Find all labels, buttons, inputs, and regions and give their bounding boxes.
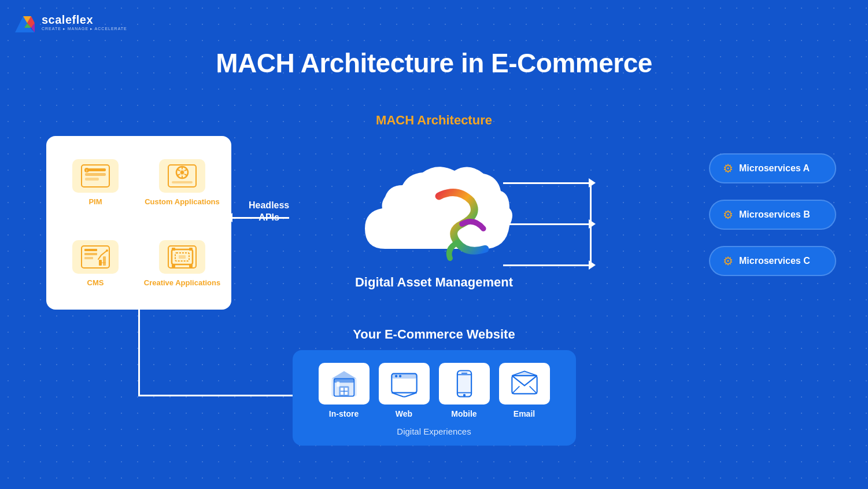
svg-rect-26 <box>179 255 186 259</box>
pim-item: ! PIM <box>57 146 134 218</box>
svg-rect-20 <box>103 256 106 266</box>
email-icon-box <box>499 363 550 405</box>
mobile-icon <box>449 369 479 399</box>
web-label: Web <box>396 409 412 418</box>
svg-rect-39 <box>337 382 339 387</box>
custom-app-icon-box <box>159 159 205 193</box>
store-icon <box>329 369 359 399</box>
connector-vertical <box>138 309 140 396</box>
arrow-right-2 <box>503 223 590 225</box>
svg-rect-21 <box>99 262 106 263</box>
microservices-container: ⚙ Microservices A ⚙ Microservices B ⚙ Mi… <box>709 153 836 276</box>
custom-app-item: Custom Applications <box>143 146 221 218</box>
svg-rect-52 <box>461 373 467 374</box>
svg-rect-16 <box>84 249 97 251</box>
email-label: Email <box>514 409 535 418</box>
creative-app-icon-box <box>159 240 205 274</box>
creative-app-label: Creative Applications <box>144 278 220 287</box>
ecommerce-title: Your E-Commerce Website <box>353 327 515 342</box>
cms-item: CMS <box>57 227 134 299</box>
svg-rect-29 <box>172 264 175 267</box>
connector-horizontal <box>138 395 312 396</box>
logo-name: scaleflex <box>42 14 127 25</box>
pim-icon-box: ! <box>72 159 119 193</box>
logo-tagline: CREATE ▸ MANAGE ▸ ACCELERATE <box>42 27 127 31</box>
microservice-a-btn[interactable]: ⚙ Microservices A <box>709 153 836 183</box>
svg-line-55 <box>529 386 537 394</box>
cloud-dam-container <box>348 133 521 289</box>
svg-point-42 <box>394 375 397 377</box>
headless-apis-label: Headless APIs <box>249 200 289 224</box>
svg-point-22 <box>106 249 108 252</box>
creative-app-item: Creative Applications <box>143 227 221 299</box>
creative-app-icon <box>167 245 197 269</box>
custom-app-label: Custom Applications <box>145 197 220 206</box>
arrow-right-1 <box>503 182 590 184</box>
svg-point-13 <box>180 171 184 174</box>
instore-label: In-store <box>329 409 359 418</box>
left-applications-box: ! PIM Custom Applications <box>46 136 231 310</box>
web-channel: Web <box>379 363 430 418</box>
instore-icon-box <box>319 363 370 405</box>
ecommerce-box: In-store Web <box>293 350 576 446</box>
gear-icon-b: ⚙ <box>723 208 733 222</box>
microservice-c-label: Microservices C <box>739 256 810 266</box>
microservice-a-label: Microservices A <box>739 163 810 174</box>
svg-rect-28 <box>189 248 193 251</box>
web-icon-box <box>379 363 430 405</box>
svg-text:!: ! <box>86 169 87 172</box>
instore-channel: In-store <box>319 363 370 418</box>
microservice-c-btn[interactable]: ⚙ Microservices C <box>709 246 836 276</box>
svg-marker-33 <box>331 371 356 378</box>
logo-text-group: scaleflex CREATE ▸ MANAGE ▸ ACCELERATE <box>42 14 127 31</box>
svg-rect-17 <box>84 253 97 255</box>
mobile-icon-box <box>439 363 490 405</box>
email-icon <box>509 369 540 399</box>
pim-label: PIM <box>88 197 102 206</box>
gear-icon-c: ⚙ <box>723 254 733 268</box>
custom-app-icon <box>167 164 197 188</box>
svg-rect-27 <box>172 248 175 251</box>
microservice-b-label: Microservices B <box>739 209 810 220</box>
cms-label: CMS <box>87 278 104 287</box>
gear-icon-a: ⚙ <box>723 161 733 175</box>
cloud-shape <box>353 150 515 272</box>
digital-experiences-label: Digital Experiences <box>397 427 471 436</box>
cms-icon-box <box>72 240 119 274</box>
svg-rect-14 <box>172 181 193 183</box>
logo: scaleflex CREATE ▸ MANAGE ▸ ACCELERATE <box>13 10 127 35</box>
svg-point-43 <box>398 375 401 377</box>
arrow-right-3 <box>503 264 590 266</box>
svg-point-51 <box>463 394 465 396</box>
pim-icon: ! <box>80 164 110 188</box>
cms-icon <box>80 245 110 269</box>
svg-rect-7 <box>85 173 106 176</box>
mach-arch-title: MACH Architecture <box>376 113 492 128</box>
svg-rect-18 <box>84 257 93 259</box>
svg-rect-30 <box>189 264 193 267</box>
arrow-left <box>231 217 289 219</box>
web-icon <box>389 369 419 399</box>
channels-row: In-store Web <box>319 363 550 418</box>
svg-line-54 <box>512 386 519 394</box>
microservice-b-btn[interactable]: ⚙ Microservices B <box>709 200 836 230</box>
mobile-label: Mobile <box>451 409 477 418</box>
main-title: MACH Architecture in E-Commerce <box>0 47 868 79</box>
email-channel: Email <box>499 363 550 418</box>
svg-rect-8 <box>85 178 99 181</box>
mobile-channel: Mobile <box>439 363 490 418</box>
scaleflex-logo-icon <box>13 10 37 35</box>
dam-label: Digital Asset Management <box>355 275 513 290</box>
